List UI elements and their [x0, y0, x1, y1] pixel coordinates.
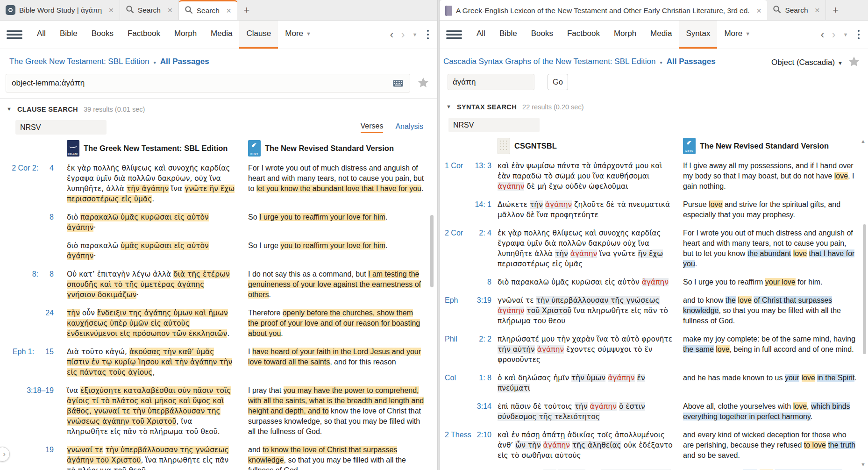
all-passages-link[interactable]: All Passages — [667, 57, 716, 67]
triangle-down-icon[interactable]: ▼ — [446, 104, 451, 109]
hamburger-menu-icon[interactable] — [7, 21, 22, 49]
back-button[interactable]: ‹ — [821, 29, 825, 40]
verse-number[interactable]: 13: 3 — [475, 161, 491, 192]
reference-link[interactable]: 2 Cor 2: — [12, 163, 38, 204]
toolbar-item-more[interactable]: More▼ — [717, 21, 757, 49]
book-name[interactable]: Eph — [445, 295, 458, 326]
verse-number[interactable]: 8 — [487, 277, 491, 287]
verse-number[interactable]: 19 — [45, 445, 54, 470]
toolbar-item-books[interactable]: Books — [85, 21, 121, 49]
close-icon[interactable]: ✕ — [108, 7, 114, 14]
syntax-search-input[interactable]: ἀγάπη — [448, 74, 534, 90]
text-segment — [568, 249, 570, 258]
reference-cell: 3:18–19 — [0, 385, 54, 437]
toolbar-item-books[interactable]: Books — [524, 21, 560, 49]
close-icon[interactable]: ✕ — [226, 7, 232, 14]
verse-number[interactable]: 1: 8 — [479, 373, 491, 393]
tab-bible-word-study[interactable]: Bible Word Study | ἀγάπη✕ — [0, 0, 120, 20]
toolbar-item-clause[interactable]: Clause — [239, 21, 278, 49]
tab-search[interactable]: Search✕ — [767, 0, 826, 20]
verse-number[interactable]: 2:10 — [477, 430, 491, 461]
close-icon[interactable]: ✕ — [815, 7, 820, 14]
left-scrollbar-thumb[interactable] — [430, 215, 434, 287]
version-selector-nrsv[interactable]: NRSV — [448, 118, 540, 132]
book-name[interactable]: 2 Cor — [445, 228, 463, 269]
verse-number[interactable]: 14: 1 — [475, 199, 491, 220]
tab-analysis[interactable]: Analysis — [395, 122, 423, 132]
toolbar-item-syntax[interactable]: Syntax — [679, 21, 717, 49]
object-dropdown[interactable]: Object (Cascadia)▼ — [771, 58, 843, 67]
verse-number[interactable]: 3:14 — [477, 401, 491, 422]
reference-link[interactable]: Eph 1: — [13, 347, 34, 377]
favorite-star-icon[interactable] — [848, 56, 860, 69]
hamburger-menu-icon[interactable] — [446, 21, 462, 49]
right-content: Cascadia Syntax Graphs of the New Testam… — [440, 57, 868, 470]
forward-button[interactable]: › — [401, 29, 405, 40]
column-header-sblgnt[interactable]: SBLGNT The Greek New Testament: SBL Edit… — [67, 140, 235, 157]
verse-number[interactable]: 15 — [45, 347, 54, 377]
right-search-row: ἀγάπη Go — [448, 74, 868, 90]
kebab-menu-icon[interactable] — [425, 30, 431, 40]
resource-link[interactable]: Cascadia Syntax Graphs of the New Testam… — [443, 57, 656, 67]
column-header-nrsv[interactable]: NRSV The New Revised Standard Version — [683, 138, 857, 154]
reference-link[interactable]: 8: — [32, 269, 38, 300]
reference-cell: 14: 1 — [445, 199, 491, 220]
scroll-up-arrow-icon[interactable]: ▲ — [861, 138, 866, 144]
new-tab-button[interactable]: + — [237, 5, 256, 15]
result-row: 2 Thess2:10καὶ ἐν πάσῃ ἀπάτῃ ἀδικίας τοῖ… — [440, 430, 868, 461]
verse-number[interactable]: 3:19 — [477, 295, 491, 326]
highlight-segment: the truth — [828, 441, 855, 449]
book-name[interactable]: 2 Thess — [445, 430, 471, 461]
kebab-menu-icon[interactable] — [856, 30, 862, 40]
verse-number[interactable]: 4 — [50, 163, 54, 204]
tab-verses[interactable]: Verses — [361, 122, 384, 133]
column-header-nrsv[interactable]: NRSV The New Revised Standard Version — [248, 140, 425, 157]
toolbar-item-all[interactable]: All — [30, 21, 53, 49]
close-icon[interactable]: ✕ — [167, 7, 173, 14]
keyboard-icon[interactable] — [393, 80, 403, 89]
verse-number[interactable]: 24 — [45, 308, 54, 339]
book-name[interactable]: Phil — [445, 334, 457, 365]
right-scrollbar-thumb[interactable] — [863, 224, 866, 354]
toolbar-item-bible[interactable]: Bible — [492, 21, 524, 49]
tab-search[interactable]: Search✕ — [179, 0, 237, 20]
tab-search[interactable]: Search✕ — [120, 0, 179, 20]
close-icon[interactable]: ✕ — [756, 7, 762, 14]
all-passages-link[interactable]: All Passages — [160, 57, 209, 67]
clause-search-input[interactable]: object-lemma:ἀγάπη — [6, 74, 410, 93]
back-button[interactable]: ‹ — [390, 29, 394, 40]
column-header-csgntsbl[interactable]: CSGNTSBL — [498, 138, 677, 154]
verse-number[interactable]: 8 — [50, 269, 54, 300]
verse-number[interactable]: 8 — [50, 212, 54, 233]
verse-number[interactable]: 2: 2 — [479, 334, 491, 365]
tab-a-greek-english[interactable]: A Greek-English Lexicon of the New Testa… — [440, 0, 767, 20]
toolbar-item-morph[interactable]: Morph — [607, 21, 643, 49]
book-name[interactable]: 1 Cor — [445, 161, 463, 192]
highlight-segment: love — [738, 296, 751, 304]
forward-button[interactable]: › — [832, 29, 836, 40]
left-content: The Greek New Testament: SBL Edition • A… — [0, 57, 437, 470]
highlight-segment: τῆς ἀληθείας — [572, 441, 621, 449]
toolbar-item-all[interactable]: All — [470, 21, 492, 49]
toolbar-item-media[interactable]: Media — [204, 21, 239, 49]
toolbar-item-morph[interactable]: Morph — [167, 21, 204, 49]
book-name[interactable]: Col — [445, 373, 456, 393]
verse-number[interactable]: 2: 4 — [479, 228, 491, 269]
history-dropdown-icon[interactable]: ▼ — [843, 32, 848, 37]
go-button[interactable]: Go — [548, 74, 568, 90]
triangle-down-icon[interactable]: ▼ — [7, 106, 12, 112]
resource-link[interactable]: The Greek New Testament: SBL Edition — [9, 57, 149, 67]
toolbar-item-more[interactable]: More▼ — [278, 21, 318, 49]
toolbar-item-bible[interactable]: Bible — [53, 21, 85, 49]
scroll-down-arrow-icon[interactable]: ▼ — [861, 462, 866, 467]
verse-number[interactable]: 3:18–19 — [27, 385, 54, 437]
favorite-star-icon[interactable] — [418, 77, 429, 90]
toolbar-item-factbook[interactable]: Factbook — [560, 21, 607, 49]
reference-cell: Eph3:19 — [445, 295, 491, 326]
toolbar-item-media[interactable]: Media — [643, 21, 679, 49]
chevron-down-icon: ▼ — [838, 60, 843, 66]
history-dropdown-icon[interactable]: ▼ — [413, 32, 418, 37]
new-tab-button[interactable]: + — [826, 5, 845, 15]
version-selector-nrsv[interactable]: NRSV — [15, 120, 107, 135]
toolbar-item-factbook[interactable]: Factbook — [121, 21, 167, 49]
